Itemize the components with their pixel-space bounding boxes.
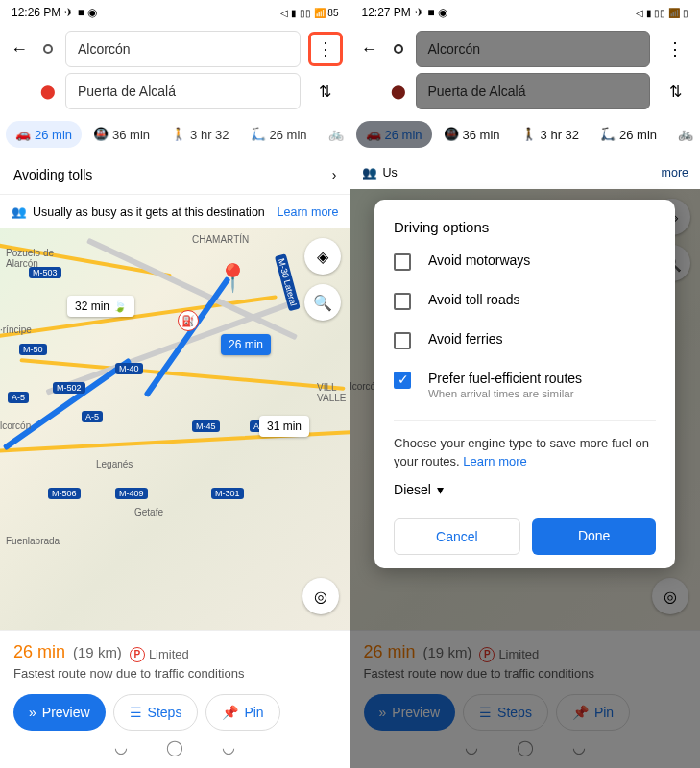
nav-icon-2[interactable]: ◯: [166, 738, 183, 756]
learn-more-link[interactable]: Learn more: [278, 205, 339, 219]
route-time: 26 min: [13, 642, 65, 662]
option-avoid-tolls[interactable]: Avoid toll roads: [394, 292, 656, 310]
done-button[interactable]: Done: [532, 518, 657, 555]
dialog-title: Driving options: [394, 219, 656, 235]
engine-learn-more-link[interactable]: Learn more: [463, 454, 526, 468]
status-icons: ✈ ■ ◉: [64, 6, 97, 19]
driving-options-dialog: Driving options Avoid motorways Avoid to…: [374, 200, 675, 567]
more-options-button[interactable]: ⋮: [308, 32, 343, 66]
alt-route-bubble-1[interactable]: 32 min🍃: [67, 296, 134, 317]
mode-transit[interactable]: 🚇36 min: [84, 121, 159, 148]
route-subline: Fastest route now due to traffic conditi…: [13, 666, 337, 681]
dialog-overlay[interactable]: Driving options Avoid motorways Avoid to…: [350, 0, 701, 768]
fuel-marker-icon[interactable]: ⛽: [178, 310, 199, 331]
search-button[interactable]: 🔍: [304, 284, 341, 321]
mode-walk[interactable]: 🚶3 hr 32: [161, 121, 238, 148]
chevron-right-icon: ›: [332, 167, 337, 182]
my-location-button[interactable]: ◎: [302, 578, 339, 614]
nav-bar: ◡ ◯ ◡: [13, 731, 337, 760]
engine-selector[interactable]: Diesel ▾: [394, 482, 656, 497]
destination-pin-icon: ⬤: [38, 84, 58, 99]
mode-bike[interactable]: 🚲: [319, 121, 350, 148]
status-right: ◁ ▮ ▯▯ 📶 85: [280, 8, 338, 18]
map-view[interactable]: CHAMARTÍN Pozuelo de Alarcón VILL VALLE …: [0, 228, 350, 630]
route-distance: (19 km): [73, 644, 122, 660]
checkbox-unchecked[interactable]: [394, 253, 411, 271]
status-bar: 12:26 PM ✈ ■ ◉ ◁ ▮ ▯▯ 📶 85: [0, 0, 350, 25]
route-card: 26 min (19 km) P Limited Fastest route n…: [0, 630, 350, 768]
swap-button[interactable]: ⇅: [308, 74, 343, 108]
right-screenshot: 12:27 PM ✈ ■ ◉ ◁ ▮ ▯▯ 📶 ▯ ← Alcorcón ⋮ ⬤…: [350, 0, 701, 768]
travel-modes: 🚗26 min 🚇36 min 🚶3 hr 32 🛴26 min 🚲: [0, 115, 350, 156]
origin-input[interactable]: Alcorcón: [65, 31, 301, 67]
main-route-bubble[interactable]: 26 min: [221, 334, 271, 355]
divider: [394, 420, 656, 421]
checkbox-unchecked[interactable]: [394, 332, 411, 349]
engine-text: Choose your engine type to save more fue…: [394, 435, 656, 469]
layers-button[interactable]: ◈: [304, 238, 341, 275]
mode-car[interactable]: 🚗26 min: [6, 121, 82, 148]
pin-button[interactable]: 📌Pin: [205, 694, 279, 731]
mode-scooter[interactable]: 🛴26 min: [241, 121, 317, 148]
dropdown-icon: ▾: [437, 482, 444, 497]
checkbox-checked[interactable]: [394, 372, 411, 389]
destination-marker-icon[interactable]: 📍: [216, 262, 250, 294]
alt-route-bubble-2[interactable]: 31 min: [259, 416, 309, 437]
cancel-button[interactable]: Cancel: [394, 518, 520, 555]
nav-icon-3[interactable]: ◡: [222, 738, 235, 756]
people-icon: 👥: [12, 204, 27, 219]
pin-icon: 📌: [222, 705, 238, 720]
back-icon[interactable]: ←: [8, 39, 31, 60]
busy-row: 👥 Usually as busy as it gets at this des…: [0, 195, 350, 228]
preview-button[interactable]: »Preview: [13, 694, 106, 731]
option-avoid-motorways[interactable]: Avoid motorways: [394, 252, 656, 271]
avoiding-tolls-row[interactable]: Avoiding tolls ›: [0, 156, 350, 195]
preview-icon: »: [29, 705, 36, 720]
route-header: ← Alcorcón ⋮ ⬤ Puerta de Alcalá ⇅: [0, 25, 350, 115]
nav-icon-1[interactable]: ◡: [114, 738, 128, 756]
option-fuel-efficient[interactable]: Prefer fuel-efficient routes When arriva…: [394, 371, 656, 399]
steps-button[interactable]: ☰Steps: [113, 694, 199, 731]
option-avoid-ferries[interactable]: Avoid ferries: [394, 331, 656, 349]
destination-input[interactable]: Puerta de Alcalá: [65, 73, 301, 109]
origin-dot-icon: [38, 40, 58, 58]
leaf-icon: 🍃: [113, 300, 127, 313]
list-icon: ☰: [130, 705, 142, 720]
status-time: 12:26 PM: [12, 6, 60, 19]
parking-icon: P: [130, 647, 145, 662]
parking-info: P Limited: [130, 647, 189, 662]
left-screenshot: 12:26 PM ✈ ■ ◉ ◁ ▮ ▯▯ 📶 85 ← Alcorcón ⋮ …: [0, 0, 350, 768]
checkbox-unchecked[interactable]: [394, 293, 411, 310]
